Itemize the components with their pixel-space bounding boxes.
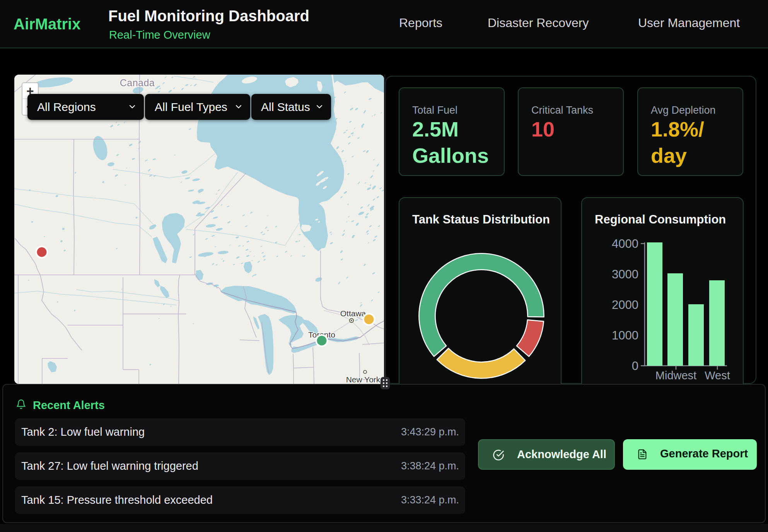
- svg-text:Midwest: Midwest: [655, 369, 696, 382]
- svg-text:Ottawa: Ottawa: [340, 309, 366, 318]
- svg-text:0: 0: [632, 359, 638, 373]
- svg-text:1000: 1000: [612, 329, 638, 342]
- svg-text:3000: 3000: [612, 268, 638, 281]
- svg-text:New York: New York: [346, 375, 381, 384]
- svg-text:2000: 2000: [612, 298, 638, 312]
- svg-text:Canada: Canada: [120, 77, 155, 88]
- svg-text:West: West: [705, 369, 730, 382]
- svg-text:4000: 4000: [612, 237, 638, 251]
